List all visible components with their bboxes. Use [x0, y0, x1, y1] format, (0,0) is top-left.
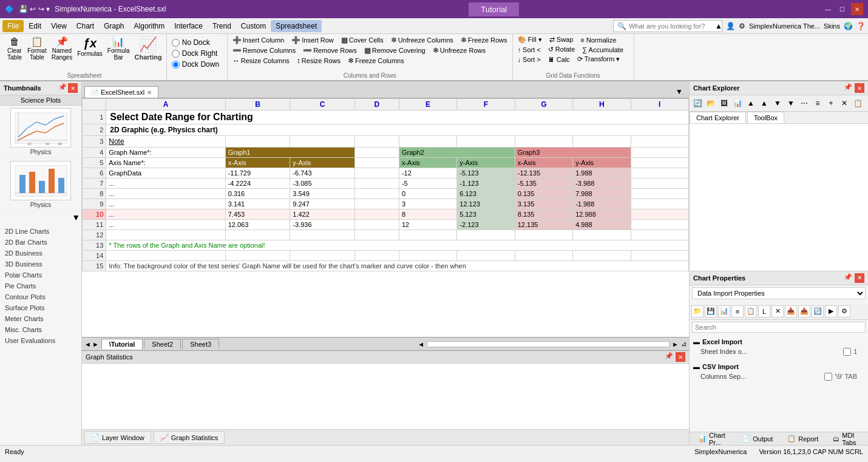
nav-polar[interactable]: Polar Charts	[0, 270, 81, 280]
unfreeze-rows-button[interactable]: ❄ Unfreeze Rows	[430, 46, 488, 55]
cell-14-f[interactable]	[457, 251, 515, 261]
cell-8-a[interactable]: ...	[106, 189, 225, 199]
cell-5-d[interactable]	[354, 158, 399, 168]
cell-3-f[interactable]	[457, 136, 515, 148]
col-e-header[interactable]: E	[399, 99, 456, 110]
format-table-button[interactable]: 📋 Format Table	[25, 35, 49, 61]
cell-15-a[interactable]: Info: The background color of the test s…	[106, 261, 689, 271]
skins-label[interactable]: Skins	[824, 22, 840, 30]
clear-table-button[interactable]: 🗑 Clear Table	[5, 35, 24, 61]
cell-6-i[interactable]	[631, 168, 688, 178]
col-f-header[interactable]: F	[457, 99, 515, 110]
cp-btn-11[interactable]: ▶	[825, 305, 837, 318]
cell-10-h[interactable]: 12.988	[573, 209, 631, 220]
ce-btn-7[interactable]: ▼	[771, 97, 784, 109]
cell-12-b[interactable]	[225, 230, 290, 240]
cell-3-i[interactable]	[631, 136, 688, 148]
cell-7-f[interactable]: -1.123	[457, 178, 515, 189]
sort-asc-button[interactable]: ↑ Sort <	[515, 45, 543, 54]
remove-rows-button[interactable]: ➖ Remove Rows	[300, 46, 359, 55]
cell-6-e[interactable]: -12	[399, 168, 456, 178]
unfreeze-columns-button[interactable]: ❄ Unfreeze Columns	[388, 35, 456, 45]
cp-btn-5[interactable]: 📋	[745, 305, 757, 318]
help-icon[interactable]: ❓	[856, 22, 866, 30]
cell-6-a[interactable]: GraphData	[106, 168, 225, 178]
menu-algorithm[interactable]: Algorithm	[129, 20, 170, 32]
tab-dropdown-button[interactable]: ▼	[672, 86, 687, 98]
cell-9-e[interactable]: 3	[399, 199, 456, 209]
cp-btn-7[interactable]: ✕	[771, 305, 784, 318]
nav-user-eval[interactable]: User Evaluations	[0, 335, 81, 346]
cell-7-e[interactable]: -5	[399, 178, 456, 189]
cell-8-g[interactable]: 0.135	[515, 189, 572, 199]
cell-3-e[interactable]	[399, 136, 456, 148]
formula-bar-button[interactable]: 📊 Formula Bar	[106, 35, 132, 61]
remove-columns-button[interactable]: ➖ Remove Columns	[230, 46, 298, 55]
close-button[interactable]: ✕	[851, 3, 863, 15]
cp-btn-2[interactable]: 💾	[705, 305, 717, 318]
radio-dock-down[interactable]: Dock Down	[169, 59, 222, 69]
spreadsheet-tab[interactable]: 📄 ExcelSheet.sxl ✕	[84, 86, 158, 98]
cell-6-f[interactable]: -5.123	[457, 168, 515, 178]
cell-14-a[interactable]	[106, 251, 225, 261]
sheet-tab-3[interactable]: Sheet3	[182, 339, 219, 349]
cell-9-g[interactable]: 3.135	[515, 199, 572, 209]
col-h-header[interactable]: H	[573, 99, 631, 110]
cell-10-f[interactable]: 5.123	[457, 209, 515, 220]
cell-14-b[interactable]	[225, 251, 290, 261]
cell-2-a[interactable]: 2D Graphic (e.g. Physics chart)	[106, 124, 689, 136]
freeze-columns-button[interactable]: ❄ Freeze Columns	[345, 56, 407, 66]
cp-search-input[interactable]	[692, 322, 866, 333]
chart-explorer-close-button[interactable]: ✕	[855, 83, 864, 93]
vb-mdi-tabs[interactable]: 🗂 MDI Tabs	[827, 430, 866, 447]
menu-trend[interactable]: Trend	[208, 20, 236, 32]
transform-button[interactable]: ⟳ Transform ▾	[575, 55, 623, 64]
cell-14-g[interactable]	[515, 251, 572, 261]
cell-7-b[interactable]: -4.2224	[225, 178, 290, 189]
cell-9-c[interactable]: 9.247	[290, 199, 355, 209]
cell-9-b[interactable]: 3.141	[225, 199, 290, 209]
graph-stats-pin-button[interactable]: 📌	[665, 352, 673, 362]
sheet-resize-button[interactable]: ⊿	[681, 340, 687, 348]
cell-9-h[interactable]: -1.988	[573, 199, 631, 209]
cell-12-f[interactable]	[457, 230, 515, 240]
col-c-header[interactable]: C	[290, 99, 355, 110]
cp-btn-12[interactable]: ⚙	[838, 305, 850, 318]
menu-interface[interactable]: Interface	[169, 20, 208, 32]
cp-btn-3[interactable]: 📊	[718, 305, 730, 318]
cell-8-d[interactable]	[354, 189, 399, 199]
menu-chart[interactable]: Chart	[72, 20, 99, 32]
cell-5-b[interactable]: x-Axis	[225, 158, 290, 168]
cell-11-a[interactable]: ...	[106, 220, 225, 230]
ce-btn-11[interactable]: +	[825, 97, 837, 109]
cell-3-c[interactable]	[290, 136, 355, 148]
nav-3d-business[interactable]: 3D Business	[0, 259, 81, 270]
swap-button[interactable]: ⇄ Swap	[547, 35, 576, 44]
cell-4-g[interactable]: Graph3	[515, 148, 631, 158]
cell-7-d[interactable]	[354, 178, 399, 189]
ce-btn-4[interactable]: 📊	[731, 97, 744, 109]
cell-5-e[interactable]: x-Axis	[399, 158, 456, 168]
freeze-rows-button[interactable]: ❄ Freeze Rows	[458, 35, 510, 45]
cell-14-c[interactable]	[290, 251, 355, 261]
scroll-down-icon[interactable]: ▼	[72, 212, 80, 222]
cp-btn-8[interactable]: 📥	[785, 305, 797, 318]
nav-misc[interactable]: Misc. Charts	[0, 324, 81, 335]
cell-8-b[interactable]: 0.316	[225, 189, 290, 199]
cell-5-c[interactable]: y-Axis	[290, 158, 355, 168]
cp-sheet-index-checkbox[interactable]	[843, 348, 851, 356]
chart-properties-pin-button[interactable]: 📌	[844, 273, 852, 283]
cell-11-f[interactable]: -2.123	[457, 220, 515, 230]
cell-8-h[interactable]: 7.988	[573, 189, 631, 199]
cell-6-b[interactable]: -11.729	[225, 168, 290, 178]
cp-btn-9[interactable]: 📤	[798, 305, 810, 318]
ce-btn-10[interactable]: ≡	[812, 97, 824, 109]
cell-7-h[interactable]: -3.988	[573, 178, 631, 189]
nav-2d-bar[interactable]: 2D Bar Charts	[0, 237, 81, 248]
cell-4-a[interactable]: Graph Name*:	[106, 148, 225, 158]
sheet-prev-button[interactable]: ◄	[84, 341, 91, 348]
col-g-header[interactable]: G	[515, 99, 572, 110]
cell-6-g[interactable]: -12.135	[515, 168, 572, 178]
sheet-tab-2[interactable]: Sheet2	[144, 339, 181, 349]
minimize-button[interactable]: —	[822, 3, 834, 15]
